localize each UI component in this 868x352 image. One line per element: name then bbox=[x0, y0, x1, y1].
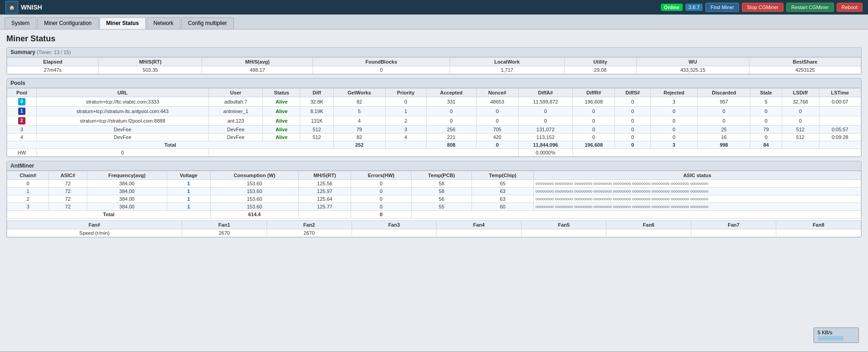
pool-4-stale: 0 bbox=[750, 134, 782, 141]
col-local-work: LocalWork bbox=[450, 58, 564, 66]
asic-status-3: oooooooo oooooooo oooooooo oooooooo oooo… bbox=[534, 203, 861, 211]
pool-0-user: adbullah.7 bbox=[208, 97, 263, 107]
th-asic-status: ASIC status bbox=[534, 171, 861, 180]
summary-table: Elapsed MH/S(RT) MH/S(avg) FoundBlocks L… bbox=[7, 57, 861, 74]
pool-3-getworks: 79 bbox=[333, 126, 385, 134]
pool-1-accepted: 0 bbox=[427, 107, 476, 116]
col-best-share: BestShare bbox=[749, 58, 861, 66]
pool-0-diffs: 0 bbox=[615, 97, 651, 107]
antminer-total-cons: 614.4 bbox=[210, 211, 298, 218]
table-row: 2 72 384.00 1 153.60 125.64 0 56 63 oooo… bbox=[7, 195, 861, 203]
stop-cgminer-button[interactable]: Stop CGMiner bbox=[742, 3, 784, 12]
chain-2: 2 bbox=[7, 195, 49, 203]
pool-4-nonce: 420 bbox=[476, 134, 518, 141]
pool-1-diffa: 0 bbox=[518, 107, 573, 116]
pool-4-diffa: 113,152 bbox=[518, 134, 573, 141]
table-row: 3 72 384.00 1 153.60 125.77 0 55 60 oooo… bbox=[7, 203, 861, 211]
antminer-total-mhs bbox=[298, 211, 351, 218]
fan5-speed bbox=[521, 229, 606, 237]
total-nonce: 0 bbox=[476, 141, 518, 149]
mhs-2: 125.64 bbox=[298, 195, 351, 203]
asic-status-0: oooooooo oooooooo oooooooo oooooooo oooo… bbox=[534, 180, 861, 188]
mhs-3: 125.77 bbox=[298, 203, 351, 211]
pool-3-priority: 3 bbox=[385, 126, 427, 134]
freq-3: 384.00 bbox=[87, 203, 167, 211]
tab-miner-configuration[interactable]: Miner Configuration bbox=[37, 17, 99, 29]
th-lstime: LSTime bbox=[819, 89, 861, 97]
total-diffa: 11,844,096 bbox=[518, 141, 573, 149]
pool-2-stale: 0 bbox=[750, 116, 782, 126]
pools-header: Pools bbox=[7, 79, 861, 88]
th-fan4: Fan4 bbox=[436, 221, 521, 229]
online-status: Online bbox=[661, 4, 683, 11]
restart-cgminer-button[interactable]: Restart CGMiner bbox=[786, 3, 834, 12]
pool-1-diffs: 0 bbox=[615, 107, 651, 116]
pool-1-user: antminer_1 bbox=[208, 107, 263, 116]
utility-value: 29.08 bbox=[564, 66, 636, 74]
tab-config-multiplier[interactable]: Config multiplier bbox=[181, 17, 234, 29]
pool-0-status: Alive bbox=[263, 97, 300, 107]
table-row: 3 DevFee DevFee Alive 512 79 3 256 705 1… bbox=[7, 126, 861, 134]
tchip-2: 63 bbox=[472, 195, 534, 203]
hw-label: HW bbox=[7, 149, 37, 157]
th-stale: Stale bbox=[750, 89, 782, 97]
col-mhs-rt: MH/S(RT) bbox=[99, 58, 202, 66]
pool-0-accepted: 331 bbox=[427, 97, 476, 107]
pool-4-accepted: 221 bbox=[427, 134, 476, 141]
mhs-rt-value: 503.35 bbox=[99, 66, 202, 74]
pool-2-index: 2 bbox=[7, 116, 37, 126]
pool-0-rejected: 3 bbox=[650, 97, 697, 107]
fan-speed-row: Speed (r/min) 2670 2670 bbox=[7, 229, 861, 237]
hw-pct: 0.0000% bbox=[518, 149, 573, 157]
th-priority: Priority bbox=[385, 89, 427, 97]
pool-3-diff: 512 bbox=[300, 126, 333, 134]
th-fan6: Fan6 bbox=[606, 221, 691, 229]
pool-3-diffa: 131,072 bbox=[518, 126, 573, 134]
antminer-table: Chain# ASIC# Frequency(avg) Voltage Cons… bbox=[7, 171, 861, 218]
pool-3-accepted: 256 bbox=[427, 126, 476, 134]
tab-system[interactable]: System bbox=[5, 17, 36, 29]
fan7-speed bbox=[691, 229, 776, 237]
pool-4-getworks: 82 bbox=[333, 134, 385, 141]
reboot-button[interactable]: Reboot bbox=[837, 3, 863, 12]
pool-4-lsdiff: 512 bbox=[782, 134, 819, 141]
cons-1: 153.60 bbox=[210, 188, 298, 195]
th-temp-chip: Temp(Chip) bbox=[472, 171, 534, 180]
pool-2-getworks: 4 bbox=[333, 116, 385, 126]
col-elapsed: Elapsed bbox=[7, 58, 99, 66]
tpcb-3: 55 bbox=[411, 203, 471, 211]
fan6-speed bbox=[606, 229, 691, 237]
freq-2: 384.00 bbox=[87, 195, 167, 203]
tab-network[interactable]: Network bbox=[147, 17, 180, 29]
network-bar bbox=[818, 336, 843, 341]
pool-1-url: stratum+tcp://stratum-ltc.antpool.com:44… bbox=[36, 107, 208, 116]
tab-miner-status[interactable]: Miner Status bbox=[99, 17, 146, 29]
pool-1-rejected: 0 bbox=[650, 107, 697, 116]
pool-1-getworks: 5 bbox=[333, 107, 385, 116]
fan2-speed: 2670 bbox=[267, 229, 352, 237]
pool-4-lstime: 0:09:28 bbox=[819, 134, 861, 141]
pool-1-status: Alive bbox=[263, 107, 300, 116]
tchip-0: 65 bbox=[472, 180, 534, 188]
summary-row: 27m47s 503.35 498.17 0 1,717 29.08 433,3… bbox=[7, 66, 861, 74]
pool-2-status: Alive bbox=[263, 116, 300, 126]
hw-row: HW 0 0.0000% bbox=[7, 149, 861, 157]
find-miner-button[interactable]: Find Miner bbox=[705, 3, 739, 12]
chain-3: 3 bbox=[7, 203, 49, 211]
cons-2: 153.60 bbox=[210, 195, 298, 203]
pool-3-stale: 79 bbox=[750, 126, 782, 134]
pool-2-priority: 2 bbox=[385, 116, 427, 126]
pool-0-url: stratum+tcp://ltc.viabtc.com:3333 bbox=[36, 97, 208, 107]
voltage-3: 1 bbox=[167, 203, 210, 211]
th-diff: Diff bbox=[300, 89, 333, 97]
pool-2-nonce: 0 bbox=[476, 116, 518, 126]
mhs-0: 125.56 bbox=[298, 180, 351, 188]
pool-4-diffr: 0 bbox=[573, 134, 615, 141]
page-title: Miner Status bbox=[6, 34, 862, 44]
found-blocks-value: 0 bbox=[313, 66, 450, 74]
freq-1: 384.00 bbox=[87, 188, 167, 195]
tabs-bar: System Miner Configuration Miner Status … bbox=[0, 15, 868, 30]
wu-value: 433,325.15 bbox=[636, 66, 749, 74]
pool-2-url: stratum+tcp://stratum.f2pool.com:8888 bbox=[36, 116, 208, 126]
logo-icon: 🏠 bbox=[5, 1, 18, 14]
